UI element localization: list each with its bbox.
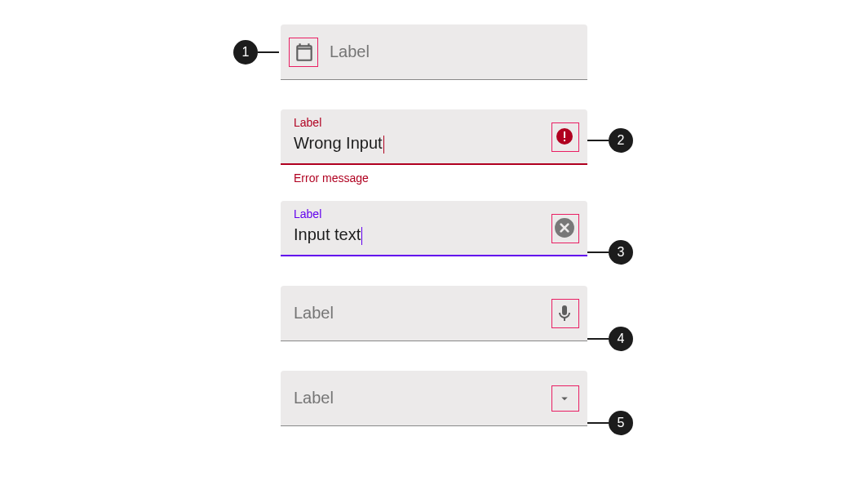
callout-number: 3 xyxy=(609,240,633,265)
input-value: Input text xyxy=(294,225,574,244)
svg-rect-1 xyxy=(564,131,565,138)
clear-icon[interactable] xyxy=(553,216,576,239)
text-field[interactable]: Label xyxy=(281,286,587,341)
callout-5: 5 xyxy=(587,411,633,435)
text-field[interactable]: Label xyxy=(281,24,587,80)
callout-3: 3 xyxy=(587,240,633,265)
label: Label xyxy=(330,42,370,61)
textfield-leading-icon: Label xyxy=(281,24,587,80)
callout-number: 4 xyxy=(609,327,633,351)
floating-label: Label xyxy=(294,116,321,129)
svg-rect-2 xyxy=(564,140,565,141)
input-value: Wrong Input xyxy=(294,134,574,153)
microphone-icon[interactable] xyxy=(553,302,576,325)
callout-number: 2 xyxy=(609,128,633,153)
label: Label xyxy=(294,389,334,407)
floating-label: Label xyxy=(294,207,321,220)
error-icon xyxy=(553,125,576,148)
textfield-error: Label Wrong Input Error message xyxy=(281,109,587,185)
callout-4: 4 xyxy=(587,327,633,351)
text-field[interactable]: Label Wrong Input xyxy=(281,109,587,165)
text-field[interactable]: Label xyxy=(281,371,587,426)
callout-number: 5 xyxy=(609,411,633,435)
callout-2: 2 xyxy=(587,128,633,153)
label: Label xyxy=(294,304,334,323)
textfield-focused: Label Input text xyxy=(281,201,587,256)
error-message: Error message xyxy=(281,165,587,185)
callout-number: 1 xyxy=(233,40,258,65)
text-field[interactable]: Label Input text xyxy=(281,201,587,256)
calendar-icon xyxy=(294,42,315,63)
dropdown-arrow-icon[interactable] xyxy=(553,387,576,410)
textfield-dropdown: Label xyxy=(281,371,587,426)
callout-1: 1 xyxy=(233,40,279,65)
textfield-voice: Label xyxy=(281,286,587,341)
